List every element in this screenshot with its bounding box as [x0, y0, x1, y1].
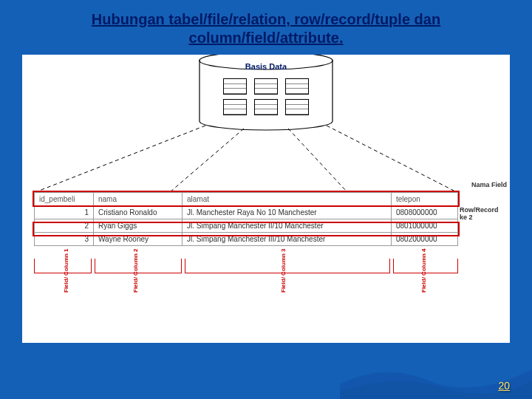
table-row: 2 Ryan Giggs Jl. Simpang Manchester II/1… [35, 219, 458, 233]
mini-table [254, 78, 278, 95]
table-row: 1 Cristiano Ronaldo Jl. Manchester Raya … [35, 206, 458, 219]
data-table-wrapper: id_pembeli nama alamat telepon 1 Cristia… [34, 192, 458, 246]
database-label: Basis Data [245, 62, 287, 71]
svg-line-5 [327, 126, 457, 192]
cell: Wayne Rooney [94, 233, 183, 246]
cell: 0802000000 [392, 233, 458, 246]
diagram-canvas: Basis Data id_pembeli nama alamat telepo… [22, 55, 510, 343]
cell: Jl. Simpang Manchester III/10 Manchester [183, 233, 392, 246]
cell: Ryan Giggs [94, 219, 183, 233]
mini-table [223, 99, 247, 115]
bracket [185, 259, 390, 273]
column-label: Field/ Column 1 [64, 248, 70, 293]
col-header: nama [94, 193, 183, 206]
col-header: id_pembeli [35, 193, 94, 206]
row-record-label: Row/Record ke 2 [460, 207, 507, 222]
table-row: 3 Wayne Rooney Jl. Simpang Manchester II… [35, 233, 458, 246]
col-header: alamat [183, 193, 392, 206]
cell: 0808000000 [392, 206, 458, 219]
decorative-wave [340, 355, 532, 399]
data-table: id_pembeli nama alamat telepon 1 Cristia… [34, 192, 458, 246]
cell: 1 [35, 206, 94, 219]
table-header-row: id_pembeli nama alamat telepon [35, 193, 458, 206]
cell: 2 [35, 219, 94, 233]
mini-table-grid [223, 78, 309, 115]
cell: Jl. Manchester Raya No 10 Manchester [183, 206, 392, 219]
column-brackets [34, 259, 458, 279]
col-header: telepon [392, 193, 458, 206]
mini-table [285, 99, 309, 115]
column-label: Field/ Column 3 [281, 248, 287, 293]
column-label: Field/ Column 4 [421, 248, 428, 293]
svg-line-2 [35, 126, 205, 192]
mini-table [254, 99, 278, 115]
mini-table [223, 78, 247, 95]
column-label: Field/ Column 2 [133, 248, 140, 293]
cell: 0801000000 [392, 219, 458, 233]
slide-title: Hubungan tabel/file/relation, row/record… [0, 0, 532, 52]
cell: Jl. Simpang Manchester II/10 Manchester [183, 219, 392, 233]
mini-table [285, 78, 309, 95]
page-number: 20 [498, 380, 510, 392]
cell: Cristiano Ronaldo [94, 206, 183, 219]
field-name-label: Nama Field [471, 182, 507, 189]
svg-line-4 [288, 129, 347, 192]
cell: 3 [35, 233, 94, 246]
svg-line-3 [170, 129, 244, 192]
